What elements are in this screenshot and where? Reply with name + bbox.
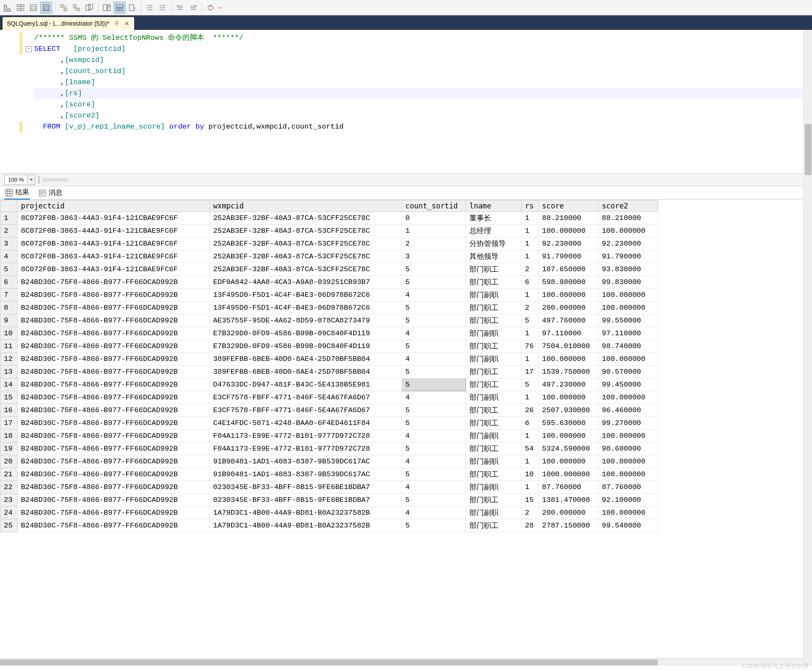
cell[interactable]: 100.000000 bbox=[598, 455, 658, 468]
row-number[interactable]: 23 bbox=[0, 494, 18, 507]
cell[interactable]: 1 bbox=[522, 391, 539, 404]
cell[interactable]: E7B329D0-0FD9-4586-B99B-09C840F4D119 bbox=[210, 327, 402, 340]
cell[interactable]: 13F495D0-F5D1-4C4F-B4E3-06D978B672C6 bbox=[210, 289, 402, 302]
cell[interactable]: 5 bbox=[402, 494, 466, 507]
cell[interactable]: 1 bbox=[522, 327, 539, 340]
row-header-corner[interactable] bbox=[0, 200, 18, 212]
cell[interactable]: 252AB3EF-32BF-40A3-87CA-53CFF25CE78C bbox=[210, 225, 402, 237]
column-header[interactable]: wxmpcid bbox=[210, 200, 402, 212]
cell[interactable]: B24BD30C-75F8-4866-B977-FF66DCAD992B bbox=[18, 327, 210, 340]
cell[interactable]: B24BD30C-75F8-4866-B977-FF66DCAD992B bbox=[18, 519, 210, 532]
table-row[interactable]: 7B24BD30C-75F8-4866-B977-FF66DCAD992B13F… bbox=[0, 289, 658, 302]
cell[interactable]: 100.000000 bbox=[539, 289, 598, 302]
horizontal-scrollbar[interactable] bbox=[0, 658, 812, 666]
cell[interactable]: B24BD30C-75F8-4866-B977-FF66DCAD992B bbox=[18, 289, 210, 302]
cell[interactable]: 4 bbox=[402, 507, 466, 519]
cell[interactable]: 5 bbox=[402, 378, 466, 391]
cell[interactable]: 10 bbox=[522, 468, 539, 481]
cell[interactable]: 497.230000 bbox=[539, 378, 598, 391]
toolbar-btn-8[interactable] bbox=[101, 2, 113, 14]
cell[interactable]: 2 bbox=[402, 237, 466, 250]
cell[interactable]: 1 bbox=[522, 289, 539, 302]
table-row[interactable]: 12B24BD30C-75F8-4866-B977-FF66DCAD992B38… bbox=[0, 353, 658, 366]
row-number[interactable]: 24 bbox=[0, 507, 18, 519]
cell[interactable]: 100.000000 bbox=[598, 391, 658, 404]
cell[interactable]: 部门职工 bbox=[466, 494, 522, 507]
cell[interactable]: B24BD30C-75F8-4866-B977-FF66DCAD992B bbox=[18, 442, 210, 455]
cell[interactable]: 88.210000 bbox=[539, 212, 598, 225]
cell[interactable]: 1 bbox=[522, 353, 539, 366]
cell[interactable]: 100.000000 bbox=[539, 430, 598, 442]
row-number[interactable]: 12 bbox=[0, 353, 18, 366]
cell[interactable]: 5 bbox=[402, 519, 466, 532]
table-row[interactable]: 9B24BD30C-75F8-4866-B977-FF66DCAD992BAE3… bbox=[0, 314, 658, 327]
cell[interactable]: 100.000000 bbox=[598, 353, 658, 366]
row-number[interactable]: 4 bbox=[0, 250, 18, 263]
cell[interactable]: 5 bbox=[522, 378, 539, 391]
toolbar-btn-9[interactable] bbox=[114, 2, 126, 14]
cell[interactable]: 4 bbox=[402, 481, 466, 494]
cell[interactable]: 100.000000 bbox=[598, 468, 658, 481]
cell[interactable]: 8C072F0B-3863-44A3-91F4-121CBAE9FC6F bbox=[18, 250, 210, 263]
cell[interactable]: 1A79D3C1-4B00-44A9-BD81-B0A23237582B bbox=[210, 507, 402, 519]
cell[interactable]: EDF9A842-4AA8-4CA3-A9A8-039251CB93B7 bbox=[210, 276, 402, 289]
cell[interactable]: 部门职工 bbox=[466, 314, 522, 327]
row-number[interactable]: 7 bbox=[0, 289, 18, 302]
cell[interactable]: 部门副职 bbox=[466, 430, 522, 442]
toolbar-btn-6[interactable] bbox=[70, 2, 82, 14]
row-number[interactable]: 9 bbox=[0, 314, 18, 327]
toolbar-btn-10[interactable] bbox=[126, 2, 138, 14]
cell[interactable]: 部门副职 bbox=[466, 391, 522, 404]
row-number[interactable]: 14 bbox=[0, 378, 18, 391]
cell[interactable]: F04A1173-E99E-4772-B101-9777D972C728 bbox=[210, 430, 402, 442]
toolbar-btn-2[interactable] bbox=[15, 2, 26, 14]
cell[interactable]: 98.740000 bbox=[598, 340, 658, 353]
toolbar-btn-5[interactable] bbox=[58, 2, 70, 14]
cell[interactable]: E3CF7578-FBFF-4771-846F-5E4A67FA6D67 bbox=[210, 391, 402, 404]
toolbar-overflow[interactable] bbox=[217, 2, 222, 14]
cell[interactable]: 252AB3EF-32BF-40A3-87CA-53CFF25CE78C bbox=[210, 237, 402, 250]
cell[interactable]: 5 bbox=[402, 314, 466, 327]
row-number[interactable]: 6 bbox=[0, 276, 18, 289]
cell[interactable]: 5 bbox=[402, 366, 466, 378]
cell[interactable]: 部门副职 bbox=[466, 455, 522, 468]
table-row[interactable]: 11B24BD30C-75F8-4866-B977-FF66DCAD992BE7… bbox=[0, 340, 658, 353]
cell[interactable]: 1 bbox=[522, 212, 539, 225]
row-number[interactable]: 8 bbox=[0, 302, 18, 314]
row-number[interactable]: 18 bbox=[0, 430, 18, 442]
table-row[interactable]: 10B24BD30C-75F8-4866-B977-FF66DCAD992BE7… bbox=[0, 327, 658, 340]
cell[interactable]: 54 bbox=[522, 442, 539, 455]
cell[interactable]: 总经理 bbox=[466, 225, 522, 237]
cell[interactable]: 13F495D0-F5D1-4C4F-B4E3-06D978B672C6 bbox=[210, 302, 402, 314]
collapse-icon[interactable]: − bbox=[26, 46, 32, 52]
cell[interactable]: 5 bbox=[402, 302, 466, 314]
table-row[interactable]: 8B24BD30C-75F8-4866-B977-FF66DCAD992B13F… bbox=[0, 302, 658, 314]
cell[interactable]: 100.000000 bbox=[539, 225, 598, 237]
toolbar-btn-7[interactable] bbox=[83, 2, 95, 14]
cell[interactable]: 100.000000 bbox=[598, 430, 658, 442]
column-header[interactable]: score bbox=[539, 200, 598, 212]
cell[interactable]: 1 bbox=[522, 430, 539, 442]
row-number[interactable]: 11 bbox=[0, 340, 18, 353]
cell[interactable]: 部门职工 bbox=[466, 519, 522, 532]
vertical-scrollbar[interactable] bbox=[803, 30, 812, 663]
column-header[interactable]: lname bbox=[466, 200, 522, 212]
cell[interactable]: 部门职工 bbox=[466, 366, 522, 378]
cell[interactable]: 4 bbox=[402, 353, 466, 366]
row-number[interactable]: 22 bbox=[0, 481, 18, 494]
cell[interactable]: 部门副职 bbox=[466, 507, 522, 519]
table-row[interactable]: 22B24BD30C-75F8-4866-B977-FF66DCAD992B02… bbox=[0, 481, 658, 494]
cell[interactable]: 497.760000 bbox=[539, 314, 598, 327]
cell[interactable]: B24BD30C-75F8-4866-B977-FF66DCAD992B bbox=[18, 430, 210, 442]
toolbar-comment[interactable] bbox=[174, 2, 186, 14]
cell[interactable]: 8C072F0B-3863-44A3-91F4-121CBAE9FC6F bbox=[18, 237, 210, 250]
cell[interactable]: B24BD30C-75F8-4866-B977-FF66DCAD992B bbox=[18, 366, 210, 378]
cell[interactable]: 部门职工 bbox=[466, 468, 522, 481]
table-row[interactable]: 17B24BD30C-75F8-4866-B977-FF66DCAD992BC4… bbox=[0, 417, 658, 430]
cell[interactable]: 部门副职 bbox=[466, 327, 522, 340]
cell[interactable]: 98.600000 bbox=[598, 442, 658, 455]
sql-editor[interactable]: − /****** SSMS 的 SelectTopNRows 命令的脚本 **… bbox=[0, 30, 812, 173]
cell[interactable]: 3 bbox=[402, 250, 466, 263]
cell[interactable]: 97.110000 bbox=[539, 327, 598, 340]
cell[interactable]: 100.000000 bbox=[539, 391, 598, 404]
